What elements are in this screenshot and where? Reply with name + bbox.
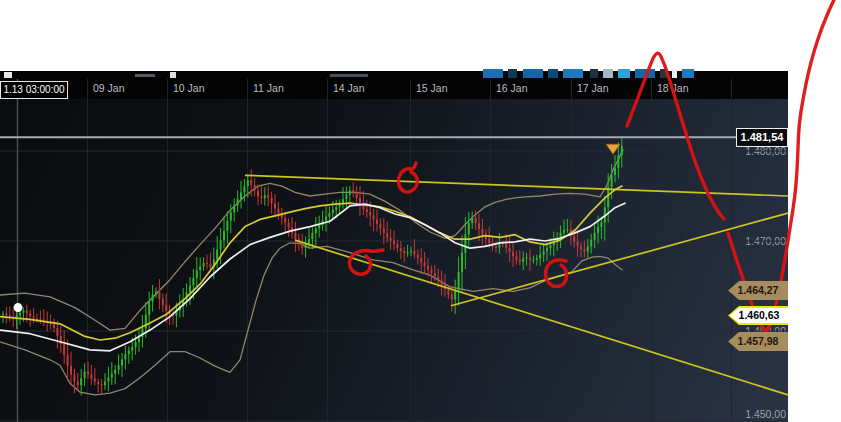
price-tag-stop-loss[interactable]: 1.457,98	[728, 332, 788, 351]
trading-platform-window: 09 Jan10 Jan11 Jan14 Jan15 Jan16 Jan17 J…	[0, 0, 841, 422]
price-tag-entry[interactable]: 1.460,63	[728, 306, 788, 325]
crosshair-time-tooltip: 1.13 03:00:00	[0, 81, 68, 99]
price-tag-entry-value: 1.460,63	[730, 308, 788, 323]
plot-layers	[0, 79, 788, 422]
crosshair-dot	[14, 303, 23, 312]
price-tag-take-profit[interactable]: 1.464,27	[728, 281, 788, 300]
chart-canvas[interactable]	[0, 0, 841, 422]
trendline-upper-resistance	[245, 175, 788, 196]
current-price-label: 1.481,54	[736, 128, 788, 147]
candles-layer	[2, 136, 623, 395]
trendline-descending-support	[295, 240, 788, 395]
